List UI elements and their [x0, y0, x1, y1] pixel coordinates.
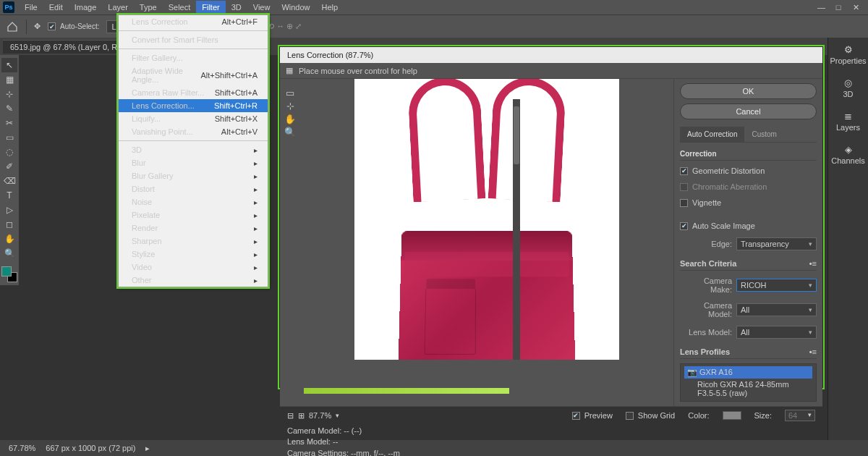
menu-item-adaptive-wide-angle-[interactable]: Adaptive Wide Angle...Alt+Shift+Ctrl+A — [119, 64, 268, 86]
lens-model-select[interactable]: All — [736, 326, 817, 339]
menu-item-filter-gallery-[interactable]: Filter Gallery... — [119, 51, 268, 64]
menu-image[interactable]: Image — [69, 1, 103, 14]
panel-layers[interactable]: ≣Layers — [828, 104, 868, 138]
status-zoom[interactable]: 67.78% — [9, 444, 35, 452]
menu-view[interactable]: View — [247, 1, 276, 14]
checkbox-geometric-distortion[interactable]: Geometric Distortion — [680, 165, 817, 177]
menu-item-vanishing-point-[interactable]: Vanishing Point...Alt+Ctrl+V — [119, 125, 268, 138]
ok-button[interactable]: OK — [680, 83, 817, 99]
lens-tool-3[interactable]: 🔍 — [284, 125, 297, 138]
menu-item-pixelate[interactable]: Pixelate — [119, 208, 268, 221]
tool-10[interactable]: ▷ — [1, 203, 17, 217]
menu-item-lens-correction[interactable]: Lens CorrectionAlt+Ctrl+F — [119, 15, 268, 28]
menu-item-sharpen[interactable]: Sharpen — [119, 235, 268, 248]
panel-properties[interactable]: ⚙Properties — [828, 38, 868, 71]
checkbox-vignette[interactable]: Vignette — [680, 197, 817, 208]
lens-profiles-list[interactable]: 📷 GXR A16 Ricoh GXR A16 24-85mm F3.5-5.5… — [680, 363, 817, 402]
tool-0[interactable]: ↖ — [1, 58, 17, 72]
menu-edit[interactable]: Edit — [43, 1, 69, 14]
preview-canvas[interactable] — [300, 79, 673, 406]
tool-5[interactable]: ▭ — [1, 130, 17, 145]
menu-item-blur-gallery[interactable]: Blur Gallery — [119, 169, 268, 182]
tab-auto-correction[interactable]: Auto Correction — [680, 127, 744, 142]
menu-window[interactable]: Window — [276, 1, 315, 14]
menu-item-distort[interactable]: Distort — [119, 182, 268, 195]
tool-9[interactable]: T — [1, 188, 17, 203]
menu-layer[interactable]: Layer — [102, 1, 134, 14]
minimize-button[interactable]: — — [817, 3, 825, 12]
maximize-button[interactable]: □ — [835, 3, 842, 12]
tool-2[interactable]: ⊹ — [1, 87, 17, 101]
lens-info-footer: Camera Model: -- (--) Lens Model: -- Cam… — [280, 424, 822, 456]
checkbox-chromatic-aberration: Chromatic Aberration — [680, 181, 817, 193]
camera-make-select[interactable]: RICOH — [736, 279, 817, 292]
menu-item-lens-correction-[interactable]: Lens Correction...Shift+Ctrl+R — [119, 99, 268, 112]
lens-profile-item[interactable]: 📷 GXR A16 — [684, 366, 812, 379]
right-panels: ⚙Properties◎3D≣Layers◈Channels — [827, 38, 868, 443]
grid-size-select[interactable]: 64▾ — [785, 410, 815, 421]
menu-item-blur[interactable]: Blur — [119, 156, 268, 169]
move-tool-icon: ✥ — [34, 22, 41, 31]
tool-1[interactable]: ▦ — [1, 72, 17, 87]
menu-type[interactable]: Type — [134, 1, 163, 14]
dialog-hint-bar: ▦ Place mouse over control for help — [280, 63, 822, 79]
status-doc-dims: 667 px x 1000 px (72 ppi) — [46, 444, 135, 452]
tool-8[interactable]: ⌫ — [1, 174, 17, 188]
checkbox-preview[interactable]: Preview — [572, 410, 613, 421]
panel-channels[interactable]: ◈Channels — [828, 138, 868, 171]
menu-item-3d[interactable]: 3D — [119, 143, 268, 156]
menu-item-stylize[interactable]: Stylize — [119, 248, 268, 261]
menu-bar: Ps FileEditImageLayerTypeSelectFilter3DV… — [0, 0, 868, 14]
lens-profile-detail: Ricoh GXR A16 24-85mm F3.5-5.5 (raw) — [684, 379, 812, 399]
lens-bottom-bar: ⊟ ⊞ 87.7%▾ Preview Show Grid Color: Size… — [280, 406, 822, 424]
lens-tool-2[interactable]: ✋ — [284, 112, 297, 125]
lens-tools: ▭⊹✋🔍 — [280, 79, 300, 406]
menu-file[interactable]: File — [19, 1, 43, 14]
section-search-criteria: Search Criteria•≡ — [680, 256, 817, 271]
tab-custom[interactable]: Custom — [744, 127, 783, 142]
tool-4[interactable]: ✂ — [1, 116, 17, 130]
color-swatches[interactable] — [1, 266, 17, 282]
tool-11[interactable]: ◻ — [1, 217, 17, 232]
menu-item-render[interactable]: Render — [119, 221, 268, 235]
menu-select[interactable]: Select — [163, 1, 197, 14]
menu-item-video[interactable]: Video — [119, 261, 268, 274]
menu-item-camera-raw-filter-[interactable]: Camera Raw Filter...Shift+Ctrl+A — [119, 86, 268, 99]
close-button[interactable]: ✕ — [852, 3, 859, 12]
tool-12[interactable]: ✋ — [1, 232, 17, 246]
preview-image — [354, 79, 619, 360]
checkbox-show-grid[interactable]: Show Grid — [626, 410, 675, 421]
panel-3d[interactable]: ◎3D — [828, 71, 868, 104]
menu-item-convert-for-smart-filters[interactable]: Convert for Smart Filters — [119, 33, 268, 46]
lens-tool-0[interactable]: ▭ — [284, 86, 297, 99]
auto-select-checkbox[interactable]: Auto-Select: — [48, 21, 99, 32]
highlight-bar — [304, 388, 509, 394]
cancel-button[interactable]: Cancel — [680, 104, 817, 119]
menu-3d[interactable]: 3D — [226, 1, 247, 14]
lens-correction-dialog: Lens Correction (87.7%) ▦ Place mouse ov… — [279, 46, 823, 388]
zoom-out-icon[interactable]: ⊟ — [287, 411, 294, 421]
foreground-color[interactable] — [1, 266, 12, 276]
menu-help[interactable]: Help — [316, 1, 344, 14]
tool-3[interactable]: ✎ — [1, 101, 17, 116]
profiles-menu-icon[interactable]: •≡ — [809, 347, 817, 356]
tool-6[interactable]: ◌ — [1, 145, 17, 159]
menu-item-other[interactable]: Other — [119, 274, 268, 287]
home-icon[interactable] — [6, 20, 19, 33]
tool-13[interactable]: 🔍 — [1, 246, 17, 261]
menu-item-noise[interactable]: Noise — [119, 195, 268, 208]
grid-color-swatch[interactable] — [723, 411, 741, 420]
vertical-scrollbar[interactable] — [513, 99, 520, 360]
lens-settings-panel: OK Cancel Auto Correction Custom Correct… — [673, 79, 822, 406]
zoom-in-icon[interactable]: ⊞ — [298, 411, 305, 421]
zoom-value[interactable]: 87.7% — [309, 411, 331, 420]
menu-filter[interactable]: Filter — [196, 1, 225, 14]
menu-item-liquify-[interactable]: Liquify...Shift+Ctrl+X — [119, 112, 268, 125]
tool-7[interactable]: ✐ — [1, 159, 17, 174]
lens-tool-1[interactable]: ⊹ — [284, 99, 297, 112]
camera-model-select[interactable]: All — [736, 303, 817, 316]
grid-toggle-icon[interactable]: ▦ — [286, 66, 293, 75]
search-menu-icon[interactable]: •≡ — [809, 259, 817, 268]
checkbox-auto-scale[interactable]: Auto Scale Image — [680, 220, 817, 232]
edge-select[interactable]: Transparency — [736, 237, 817, 250]
